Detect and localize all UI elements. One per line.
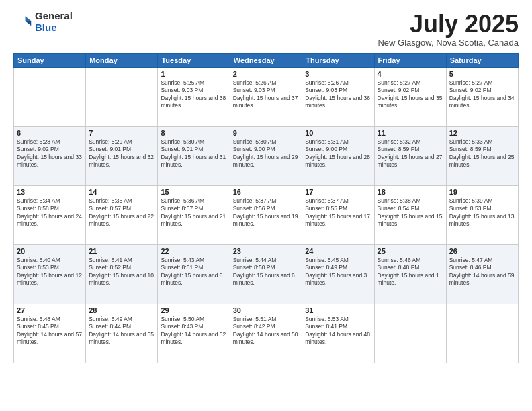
calendar-week-row: 1Sunrise: 5:25 AM Sunset: 9:03 PM Daylig… bbox=[14, 67, 519, 126]
day-info: Sunrise: 5:48 AM Sunset: 8:45 PM Dayligh… bbox=[17, 316, 83, 347]
day-info: Sunrise: 5:32 AM Sunset: 8:59 PM Dayligh… bbox=[378, 138, 443, 169]
day-number: 28 bbox=[89, 306, 154, 314]
calendar-cell: 2Sunrise: 5:26 AM Sunset: 9:03 PM Daylig… bbox=[230, 67, 302, 126]
calendar-cell: 30Sunrise: 5:51 AM Sunset: 8:42 PM Dayli… bbox=[230, 304, 302, 363]
calendar: SundayMondayTuesdayWednesdayThursdayFrid… bbox=[13, 53, 519, 363]
day-info: Sunrise: 5:41 AM Sunset: 8:52 PM Dayligh… bbox=[89, 257, 154, 287]
month-title: July 2025 bbox=[378, 11, 519, 38]
logo: General Blue bbox=[13, 11, 73, 33]
day-info: Sunrise: 5:29 AM Sunset: 9:01 PM Dayligh… bbox=[89, 138, 154, 169]
day-number: 5 bbox=[449, 70, 515, 78]
day-number: 8 bbox=[161, 129, 226, 137]
page: General Blue July 2025 New Glasgow, Nova… bbox=[0, 0, 532, 411]
calendar-cell: 9Sunrise: 5:30 AM Sunset: 9:00 PM Daylig… bbox=[230, 126, 302, 185]
calendar-cell: 28Sunrise: 5:49 AM Sunset: 8:44 PM Dayli… bbox=[86, 304, 158, 363]
day-number: 13 bbox=[17, 188, 83, 196]
day-number: 19 bbox=[449, 188, 515, 196]
day-info: Sunrise: 5:49 AM Sunset: 8:44 PM Dayligh… bbox=[89, 316, 154, 347]
calendar-cell: 11Sunrise: 5:32 AM Sunset: 8:59 PM Dayli… bbox=[374, 126, 446, 185]
weekday-header: Monday bbox=[86, 53, 158, 67]
calendar-cell bbox=[14, 67, 86, 126]
calendar-cell: 19Sunrise: 5:39 AM Sunset: 8:53 PM Dayli… bbox=[446, 185, 518, 244]
day-info: Sunrise: 5:28 AM Sunset: 9:02 PM Dayligh… bbox=[17, 138, 83, 169]
weekday-header: Friday bbox=[374, 53, 446, 67]
header: General Blue July 2025 New Glasgow, Nova… bbox=[13, 11, 519, 48]
title-block: July 2025 New Glasgow, Nova Scotia, Cana… bbox=[378, 11, 519, 48]
day-info: Sunrise: 5:35 AM Sunset: 8:57 PM Dayligh… bbox=[89, 197, 154, 228]
day-number: 1 bbox=[161, 70, 226, 78]
day-number: 6 bbox=[17, 129, 83, 137]
day-number: 9 bbox=[233, 129, 300, 137]
calendar-cell: 8Sunrise: 5:30 AM Sunset: 9:01 PM Daylig… bbox=[158, 126, 230, 185]
day-number: 22 bbox=[161, 247, 226, 255]
calendar-cell: 22Sunrise: 5:43 AM Sunset: 8:51 PM Dayli… bbox=[158, 244, 230, 304]
logo-text: General Blue bbox=[35, 11, 73, 33]
day-number: 18 bbox=[378, 188, 443, 196]
calendar-cell: 6Sunrise: 5:28 AM Sunset: 9:02 PM Daylig… bbox=[14, 126, 86, 185]
location: New Glasgow, Nova Scotia, Canada bbox=[378, 38, 519, 48]
calendar-cell: 10Sunrise: 5:31 AM Sunset: 9:00 PM Dayli… bbox=[302, 126, 374, 185]
day-number: 11 bbox=[378, 129, 443, 137]
day-number: 3 bbox=[305, 70, 371, 78]
day-number: 7 bbox=[89, 129, 154, 137]
day-number: 2 bbox=[233, 70, 300, 78]
calendar-week-row: 13Sunrise: 5:34 AM Sunset: 8:58 PM Dayli… bbox=[14, 185, 519, 244]
day-info: Sunrise: 5:43 AM Sunset: 8:51 PM Dayligh… bbox=[161, 257, 226, 287]
day-info: Sunrise: 5:40 AM Sunset: 8:53 PM Dayligh… bbox=[17, 257, 83, 287]
calendar-cell: 21Sunrise: 5:41 AM Sunset: 8:52 PM Dayli… bbox=[86, 244, 158, 304]
day-number: 16 bbox=[233, 188, 300, 196]
calendar-cell: 24Sunrise: 5:45 AM Sunset: 8:49 PM Dayli… bbox=[302, 244, 374, 304]
day-number: 12 bbox=[449, 129, 515, 137]
svg-marker-1 bbox=[26, 21, 32, 26]
day-number: 17 bbox=[305, 188, 371, 196]
day-info: Sunrise: 5:47 AM Sunset: 8:46 PM Dayligh… bbox=[449, 257, 515, 287]
day-number: 24 bbox=[305, 247, 371, 255]
day-number: 15 bbox=[161, 188, 226, 196]
day-info: Sunrise: 5:37 AM Sunset: 8:55 PM Dayligh… bbox=[305, 197, 371, 228]
day-info: Sunrise: 5:27 AM Sunset: 9:02 PM Dayligh… bbox=[449, 79, 515, 110]
day-info: Sunrise: 5:37 AM Sunset: 8:56 PM Dayligh… bbox=[233, 197, 300, 228]
day-info: Sunrise: 5:46 AM Sunset: 8:48 PM Dayligh… bbox=[378, 257, 443, 287]
day-info: Sunrise: 5:25 AM Sunset: 9:03 PM Dayligh… bbox=[161, 79, 226, 110]
calendar-cell bbox=[374, 304, 446, 363]
weekday-header: Thursday bbox=[302, 53, 374, 67]
calendar-week-row: 27Sunrise: 5:48 AM Sunset: 8:45 PM Dayli… bbox=[14, 304, 519, 363]
day-number: 14 bbox=[89, 188, 154, 196]
calendar-cell: 25Sunrise: 5:46 AM Sunset: 8:48 PM Dayli… bbox=[374, 244, 446, 304]
day-number: 25 bbox=[378, 247, 443, 255]
calendar-cell: 13Sunrise: 5:34 AM Sunset: 8:58 PM Dayli… bbox=[14, 185, 86, 244]
calendar-cell: 31Sunrise: 5:53 AM Sunset: 8:41 PM Dayli… bbox=[302, 304, 374, 363]
day-info: Sunrise: 5:50 AM Sunset: 8:43 PM Dayligh… bbox=[161, 316, 226, 347]
calendar-cell: 26Sunrise: 5:47 AM Sunset: 8:46 PM Dayli… bbox=[446, 244, 518, 304]
day-info: Sunrise: 5:33 AM Sunset: 8:59 PM Dayligh… bbox=[449, 138, 515, 169]
weekday-header: Saturday bbox=[446, 53, 518, 67]
day-number: 27 bbox=[17, 306, 83, 314]
logo-blue: Blue bbox=[35, 22, 73, 34]
day-info: Sunrise: 5:38 AM Sunset: 8:54 PM Dayligh… bbox=[378, 197, 443, 228]
day-number: 21 bbox=[89, 247, 154, 255]
calendar-cell: 4Sunrise: 5:27 AM Sunset: 9:02 PM Daylig… bbox=[374, 67, 446, 126]
day-info: Sunrise: 5:34 AM Sunset: 8:58 PM Dayligh… bbox=[17, 197, 83, 228]
calendar-cell: 27Sunrise: 5:48 AM Sunset: 8:45 PM Dayli… bbox=[14, 304, 86, 363]
day-number: 31 bbox=[305, 306, 371, 314]
calendar-cell: 29Sunrise: 5:50 AM Sunset: 8:43 PM Dayli… bbox=[158, 304, 230, 363]
day-info: Sunrise: 5:31 AM Sunset: 9:00 PM Dayligh… bbox=[305, 138, 371, 169]
weekday-header-row: SundayMondayTuesdayWednesdayThursdayFrid… bbox=[14, 53, 519, 67]
day-number: 4 bbox=[378, 70, 443, 78]
day-info: Sunrise: 5:44 AM Sunset: 8:50 PM Dayligh… bbox=[233, 257, 300, 287]
calendar-cell: 1Sunrise: 5:25 AM Sunset: 9:03 PM Daylig… bbox=[158, 67, 230, 126]
calendar-cell: 12Sunrise: 5:33 AM Sunset: 8:59 PM Dayli… bbox=[446, 126, 518, 185]
weekday-header: Wednesday bbox=[230, 53, 302, 67]
calendar-cell: 17Sunrise: 5:37 AM Sunset: 8:55 PM Dayli… bbox=[302, 185, 374, 244]
day-number: 10 bbox=[305, 129, 371, 137]
day-number: 26 bbox=[449, 247, 515, 255]
day-number: 30 bbox=[233, 306, 300, 314]
day-info: Sunrise: 5:53 AM Sunset: 8:41 PM Dayligh… bbox=[305, 316, 371, 347]
day-info: Sunrise: 5:27 AM Sunset: 9:02 PM Dayligh… bbox=[378, 79, 443, 110]
day-number: 20 bbox=[17, 247, 83, 255]
calendar-cell: 23Sunrise: 5:44 AM Sunset: 8:50 PM Dayli… bbox=[230, 244, 302, 304]
calendar-cell: 14Sunrise: 5:35 AM Sunset: 8:57 PM Dayli… bbox=[86, 185, 158, 244]
calendar-cell: 3Sunrise: 5:26 AM Sunset: 9:03 PM Daylig… bbox=[302, 67, 374, 126]
calendar-week-row: 20Sunrise: 5:40 AM Sunset: 8:53 PM Dayli… bbox=[14, 244, 519, 304]
logo-icon bbox=[13, 13, 32, 32]
